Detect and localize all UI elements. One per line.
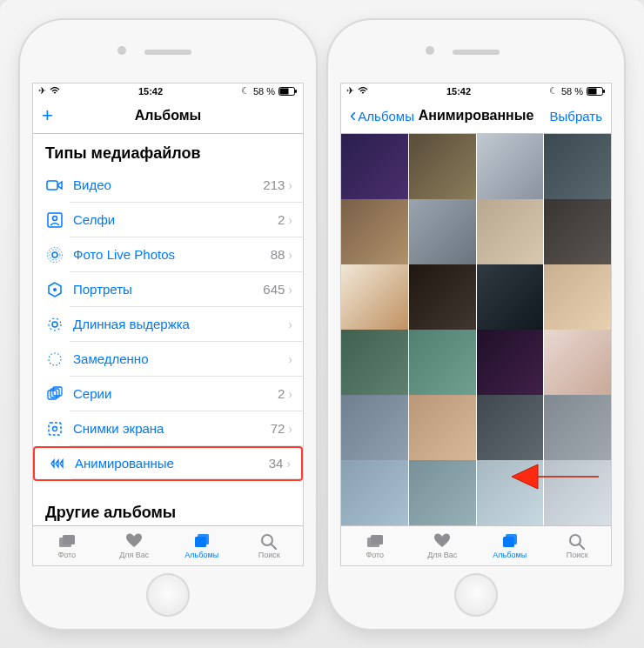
- album-row-screenshot[interactable]: Снимки экрана 72 ›: [33, 411, 303, 446]
- row-label: Длинная выдержка: [73, 317, 285, 331]
- tab-search[interactable]: Поиск: [544, 526, 612, 565]
- svg-rect-25: [588, 88, 597, 94]
- svg-point-31: [570, 535, 580, 545]
- photo-thumbnail[interactable]: [544, 460, 611, 524]
- photo-thumbnail[interactable]: [341, 199, 408, 266]
- svg-point-5: [53, 216, 57, 220]
- tab-photos[interactable]: Фото: [341, 526, 409, 565]
- photo-thumbnail[interactable]: [409, 134, 476, 201]
- row-count: 645: [263, 282, 285, 297]
- add-button[interactable]: +: [42, 104, 53, 127]
- tab-search-icon: [567, 532, 587, 550]
- row-count: 2: [278, 386, 285, 401]
- long-exposure-icon: [45, 315, 64, 334]
- svg-point-11: [49, 318, 61, 331]
- photo-thumbnail[interactable]: [409, 264, 476, 331]
- photo-thumbnail[interactable]: [544, 134, 611, 201]
- photo-thumbnail[interactable]: [477, 330, 544, 397]
- svg-rect-30: [506, 534, 517, 544]
- album-row-portrait[interactable]: Портреты 645 ›: [33, 272, 303, 307]
- photo-thumbnail[interactable]: [409, 460, 476, 524]
- photo-thumbnail[interactable]: [477, 134, 544, 201]
- wifi-icon: [358, 87, 368, 96]
- photo-thumbnail[interactable]: [477, 264, 544, 331]
- screen-left: ✈︎ 15:42 ☾ 58 % + Альбомы: [32, 83, 304, 566]
- album-row-slomo[interactable]: Замедленно ›: [33, 342, 303, 377]
- tab-label: Поиск: [567, 551, 588, 559]
- album-row-long-exposure[interactable]: Длинная выдержка ›: [33, 307, 303, 342]
- row-count: 34: [269, 456, 284, 471]
- phone-speaker: [453, 50, 500, 55]
- tab-foryou[interactable]: Для Вас: [409, 526, 477, 565]
- photo-thumbnail[interactable]: [341, 460, 408, 524]
- page-title: Альбомы: [135, 108, 202, 124]
- photo-thumbnail[interactable]: [341, 264, 408, 331]
- select-button[interactable]: Выбрать: [550, 109, 602, 124]
- tab-albums[interactable]: Альбомы: [168, 526, 236, 565]
- battery-text: 58 %: [561, 86, 583, 97]
- row-count: 72: [271, 421, 285, 436]
- svg-rect-26: [603, 90, 605, 93]
- home-button[interactable]: [454, 573, 498, 617]
- chevron-right-icon: ›: [288, 422, 292, 436]
- screenshot-icon: [45, 419, 64, 438]
- tab-label: Фото: [366, 551, 384, 559]
- tab-bar: Фото Для Вас Альбомы Поиск: [33, 525, 303, 565]
- photo-thumbnail[interactable]: [544, 199, 611, 266]
- photo-thumbnail[interactable]: [341, 330, 408, 397]
- phone-camera: [117, 46, 126, 55]
- album-row-burst[interactable]: Серии 2 ›: [33, 377, 303, 411]
- section-header-other-albums: Другие альбомы: [33, 493, 303, 525]
- photo-thumbnail[interactable]: [477, 199, 544, 266]
- tab-search[interactable]: Поиск: [236, 526, 304, 565]
- photo-thumbnail[interactable]: [477, 395, 544, 462]
- photo-thumbnail[interactable]: [341, 134, 408, 201]
- tab-albums[interactable]: Альбомы: [476, 526, 544, 565]
- album-row-live-photos[interactable]: Фото Live Photos 88 ›: [33, 237, 303, 272]
- svg-point-12: [49, 353, 61, 365]
- photo-thumbnail[interactable]: [544, 330, 611, 397]
- photo-thumbnail[interactable]: [477, 460, 544, 524]
- svg-rect-20: [63, 535, 75, 544]
- album-row-video[interactable]: Видео 213 ›: [33, 168, 303, 203]
- svg-rect-22: [198, 534, 209, 544]
- row-label: Портреты: [73, 282, 263, 297]
- tab-foryou[interactable]: Для Вас: [101, 526, 169, 565]
- photo-thumbnail[interactable]: [341, 395, 408, 462]
- photo-thumbnail[interactable]: [409, 199, 476, 266]
- content-area: Типы медиафайлов Видео 213 › Селфи 2 › Ф…: [33, 134, 303, 525]
- photo-thumbnail[interactable]: [544, 264, 611, 331]
- row-count: 2: [278, 212, 285, 227]
- photo-grid: [341, 134, 611, 525]
- album-row-selfie[interactable]: Селфи 2 ›: [33, 203, 303, 237]
- svg-rect-16: [49, 423, 61, 435]
- section-header-media-types: Типы медиафайлов: [33, 134, 303, 168]
- svg-point-10: [52, 322, 57, 327]
- nav-bar: + Альбомы: [33, 99, 303, 134]
- row-label: Фото Live Photos: [73, 247, 271, 262]
- photo-thumbnail[interactable]: [409, 330, 476, 397]
- status-bar: ✈︎ 15:42 ☾ 58 %: [33, 84, 303, 99]
- photo-thumbnail[interactable]: [409, 395, 476, 462]
- slomo-icon: [45, 350, 64, 369]
- live-photos-icon: [45, 245, 64, 264]
- back-button[interactable]: ‹ Альбомы: [350, 104, 414, 127]
- svg-rect-28: [371, 535, 383, 544]
- phone-camera: [426, 46, 434, 55]
- row-label: Серии: [73, 386, 278, 401]
- page-title: Анимированные: [419, 108, 534, 124]
- status-time: 15:42: [138, 86, 163, 97]
- wifi-icon: [50, 87, 60, 96]
- airplane-icon: ✈︎: [38, 85, 46, 97]
- tab-label: Фото: [57, 551, 76, 559]
- tab-bar: Фото Для Вас Альбомы Поиск: [341, 525, 611, 565]
- selfie-icon: [45, 210, 64, 230]
- row-count: 88: [271, 247, 285, 262]
- row-label: Анимированные: [75, 456, 269, 471]
- tab-photos[interactable]: Фото: [33, 526, 101, 565]
- home-button[interactable]: [146, 573, 190, 617]
- album-row-animated[interactable]: Анимированные 34 ›: [33, 446, 303, 481]
- svg-rect-1: [280, 88, 289, 94]
- photo-thumbnail[interactable]: [544, 395, 611, 462]
- video-icon: [45, 176, 64, 195]
